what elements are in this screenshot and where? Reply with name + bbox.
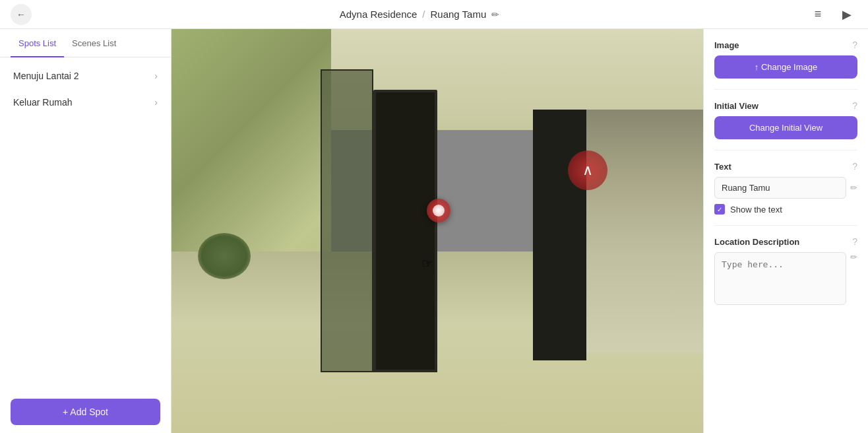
arrow-hotspot[interactable]: ∧ xyxy=(568,150,607,190)
initial-view-header: Initial View ? xyxy=(714,100,857,111)
list-item[interactable]: Menuju Lantai 2 › xyxy=(0,63,171,89)
location-help-icon[interactable]: ? xyxy=(852,236,857,247)
panorama-viewer[interactable]: ∧ ☞ xyxy=(171,29,703,433)
image-section-header: Image ? xyxy=(714,40,857,50)
tab-spots-list[interactable]: Spots List xyxy=(11,29,64,57)
text-input-row: ✏ xyxy=(714,177,857,199)
scene-name-edit-icon[interactable]: ✏ xyxy=(491,9,499,20)
header-breadcrumb: Adyna Residence / Ruang Tamu ✏ xyxy=(340,9,500,20)
navigation-spot[interactable] xyxy=(427,199,450,222)
scene-name: Ruang Tamu xyxy=(430,9,486,20)
back-button[interactable]: ← xyxy=(11,4,32,25)
image-help-icon[interactable]: ? xyxy=(852,40,857,50)
list-icon-button[interactable]: ≡ xyxy=(807,4,828,25)
change-image-button[interactable]: ↑ Change Image xyxy=(714,55,857,79)
room-scene: ∧ ☞ xyxy=(171,29,703,433)
list-item[interactable]: Keluar Rumah › xyxy=(0,89,171,116)
play-icon-button[interactable]: ▶ xyxy=(836,4,857,25)
text-section: Text ? ✏ ✓ Show the text xyxy=(714,161,857,215)
image-section: Image ? ↑ Change Image xyxy=(714,40,857,79)
change-initial-view-button[interactable]: Change Initial View xyxy=(714,116,857,139)
divider xyxy=(714,89,857,90)
location-section-header: Location Description ? xyxy=(714,236,857,247)
nav-spot-center xyxy=(433,205,445,216)
right-panel: Image ? ↑ Change Image Initial View ? Ch… xyxy=(703,29,868,433)
door-inner xyxy=(376,92,435,370)
text-section-header: Text ? xyxy=(714,161,857,172)
show-text-row: ✓ Show the text xyxy=(714,204,857,215)
play-icon: ▶ xyxy=(842,7,852,22)
add-spot-button[interactable]: + Add Spot xyxy=(11,399,160,425)
text-field[interactable] xyxy=(714,177,846,199)
list-icon: ≡ xyxy=(815,7,822,21)
door-frame xyxy=(373,90,437,372)
show-text-label: Show the text xyxy=(730,205,782,215)
breadcrumb-separator: / xyxy=(422,9,425,20)
initial-view-help-icon[interactable]: ? xyxy=(852,100,857,111)
glass-door xyxy=(321,69,374,372)
textarea-row: ✏ xyxy=(714,252,857,305)
location-edit-icon[interactable]: ✏ xyxy=(850,252,857,262)
sidebar: Spots List Scenes List Menuju Lantai 2 ›… xyxy=(0,29,171,433)
header: ← Adyna Residence / Ruang Tamu ✏ ≡ ▶ xyxy=(0,0,868,29)
sidebar-list: Menuju Lantai 2 › Keluar Rumah › xyxy=(0,57,171,391)
sidebar-tabs: Spots List Scenes List xyxy=(0,29,171,57)
image-section-title: Image xyxy=(714,40,739,50)
show-text-checkbox[interactable]: ✓ xyxy=(714,204,725,215)
location-description-textarea[interactable] xyxy=(714,252,846,305)
back-icon: ← xyxy=(16,9,26,20)
header-actions: ≡ ▶ xyxy=(807,4,857,25)
location-section: Location Description ? ✏ xyxy=(714,236,857,305)
chevron-right-icon: › xyxy=(154,97,158,108)
location-section-title: Location Description xyxy=(714,237,799,247)
project-name: Adyna Residence xyxy=(340,9,418,20)
arrow-up-icon: ∧ xyxy=(582,162,593,179)
main-layout: Spots List Scenes List Menuju Lantai 2 ›… xyxy=(0,29,868,433)
checkbox-check-icon: ✓ xyxy=(717,206,722,213)
divider xyxy=(714,225,857,226)
initial-view-section: Initial View ? Change Initial View xyxy=(714,100,857,139)
initial-view-title: Initial View xyxy=(714,101,759,111)
text-help-icon[interactable]: ? xyxy=(852,161,857,172)
staircase xyxy=(586,110,703,352)
chevron-right-icon: › xyxy=(154,71,158,81)
text-section-title: Text xyxy=(714,162,731,172)
door-right xyxy=(533,110,586,360)
divider xyxy=(714,150,857,150)
tab-scenes-list[interactable]: Scenes List xyxy=(64,29,124,57)
text-edit-icon[interactable]: ✏ xyxy=(850,183,857,193)
